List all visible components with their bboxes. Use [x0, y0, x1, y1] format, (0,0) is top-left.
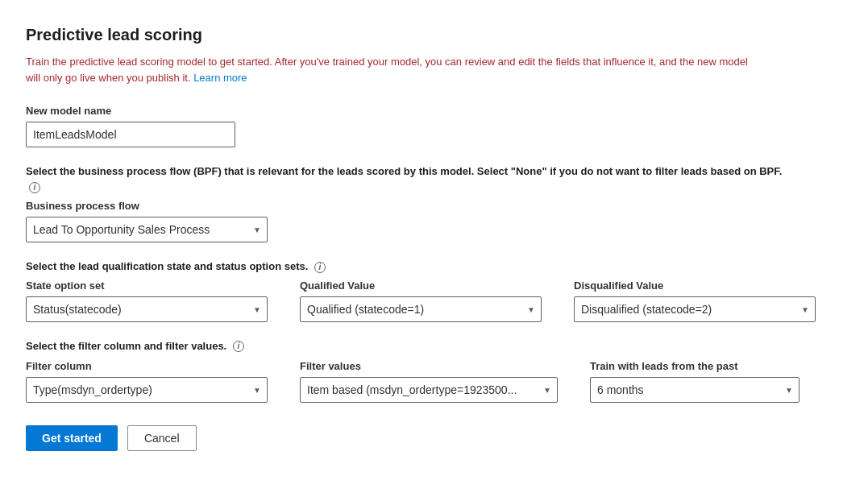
- filter-column-label: Filter column: [26, 360, 268, 372]
- qualified-select[interactable]: Qualified (statecode=1) Disqualified (st…: [300, 296, 542, 322]
- state-col: State option set Status(statecode) Statu…: [26, 279, 268, 322]
- qualification-info-text: Select the lead qualification state and …: [26, 259, 799, 275]
- disqualified-select[interactable]: Disqualified (statecode=2) Qualified (st…: [574, 296, 816, 322]
- description-body: Train the predictive lead scoring model …: [26, 56, 748, 84]
- filter-column-col: Filter column Type(msdyn_ordertype) ▼: [26, 360, 268, 403]
- model-name-label: New model name: [26, 105, 836, 117]
- get-started-button[interactable]: Get started: [26, 425, 118, 451]
- page-container: Predictive lead scoring Train the predic…: [0, 0, 868, 501]
- qualification-section: Select the lead qualification state and …: [26, 259, 836, 322]
- state-label: State option set: [26, 279, 268, 292]
- qualification-info-icon[interactable]: i: [314, 262, 326, 273]
- train-col: Train with leads from the past 6 months …: [590, 360, 799, 403]
- filter-values-select-wrapper: Item based (msdyn_ordertype=1923500... ▼: [300, 377, 558, 403]
- filter-column-select-wrapper: Type(msdyn_ordertype) ▼: [26, 377, 268, 403]
- bpf-select-wrapper: Lead To Opportunity Sales Process None ▼: [26, 217, 268, 242]
- qualified-select-wrapper: Qualified (statecode=1) Disqualified (st…: [300, 296, 542, 322]
- filter-values-col: Filter values Item based (msdyn_ordertyp…: [300, 360, 558, 403]
- filter-row: Filter column Type(msdyn_ordertype) ▼ Fi…: [26, 360, 836, 403]
- train-select[interactable]: 6 months 3 months 12 months 24 months: [590, 377, 799, 403]
- train-label: Train with leads from the past: [590, 360, 799, 372]
- bpf-info-icon[interactable]: i: [29, 182, 40, 193]
- learn-more-link[interactable]: Learn more: [193, 72, 247, 84]
- model-name-group: New model name: [26, 105, 836, 147]
- bpf-section: Select the business process flow (BPF) t…: [26, 164, 836, 242]
- bpf-label: Business process flow: [26, 200, 836, 212]
- filter-info-icon[interactable]: i: [233, 341, 244, 352]
- filter-values-select[interactable]: Item based (msdyn_ordertype=1923500...: [300, 377, 558, 403]
- bpf-field-group: Business process flow Lead To Opportunit…: [26, 200, 836, 242]
- qualification-row: State option set Status(statecode) Statu…: [26, 279, 836, 322]
- bpf-info-text: Select the business process flow (BPF) t…: [26, 164, 799, 195]
- buttons-row: Get started Cancel: [26, 425, 836, 451]
- page-title: Predictive lead scoring: [26, 26, 836, 44]
- qualified-col: Qualified Value Qualified (statecode=1) …: [300, 279, 542, 322]
- description-text: Train the predictive lead scoring model …: [26, 54, 751, 85]
- qualified-label: Qualified Value: [300, 279, 542, 292]
- disqualified-label: Disqualified Value: [574, 279, 816, 292]
- train-select-wrapper: 6 months 3 months 12 months 24 months ▼: [590, 377, 799, 403]
- filter-section: Select the filter column and filter valu…: [26, 338, 836, 404]
- state-select-wrapper: Status(statecode) Status Reason(statusco…: [26, 296, 268, 322]
- filter-column-select[interactable]: Type(msdyn_ordertype): [26, 377, 268, 403]
- disqualified-select-wrapper: Disqualified (statecode=2) Qualified (st…: [574, 296, 816, 322]
- bpf-select[interactable]: Lead To Opportunity Sales Process None: [26, 217, 268, 242]
- state-select[interactable]: Status(statecode) Status Reason(statusco…: [26, 296, 268, 322]
- disqualified-col: Disqualified Value Disqualified (stateco…: [574, 279, 816, 322]
- filter-info-text: Select the filter column and filter valu…: [26, 338, 799, 354]
- model-name-input[interactable]: [26, 122, 235, 147]
- filter-values-label: Filter values: [300, 360, 558, 372]
- cancel-button[interactable]: Cancel: [127, 425, 197, 451]
